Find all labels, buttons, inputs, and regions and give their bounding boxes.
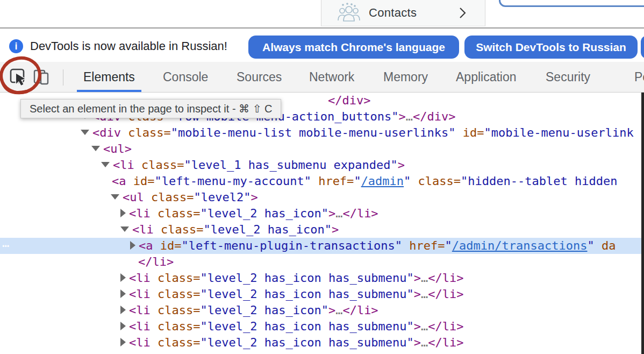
elements-tree[interactable]: </div><div class="row mobile-menu-action…	[0, 93, 644, 354]
expand-arrow-closed-icon[interactable]	[120, 322, 126, 330]
match-chrome-language-button[interactable]: Always match Chrome's language	[248, 36, 459, 59]
token-attr: class=	[121, 126, 171, 139]
dom-tree-line[interactable]: </li>	[0, 254, 644, 270]
token-tag: </div>	[413, 110, 455, 123]
token-ell: …	[421, 287, 428, 301]
token-tag: <ul>	[103, 142, 132, 155]
dom-tree-line[interactable]: <ul>	[0, 141, 644, 157]
expand-arrow-open-icon[interactable]	[111, 194, 119, 200]
dom-tree-line[interactable]: <li class="level_1 has_submenu expanded"…	[0, 157, 644, 173]
token-val: "	[354, 174, 361, 188]
token-ell: …	[421, 336, 428, 349]
token-val: "	[404, 174, 411, 188]
dom-tree-line[interactable]: <li class="level_2 has_icon has_submenu"…	[0, 286, 644, 302]
more-actions-icon[interactable]: ⋯	[2, 238, 8, 254]
expand-arrow-closed-icon[interactable]	[120, 306, 126, 314]
menu-item-contacts[interactable]: Contacts	[321, 0, 485, 26]
tab-network[interactable]: Network	[303, 62, 361, 92]
expand-arrow-open-icon[interactable]	[120, 226, 129, 232]
token-tag: <li	[132, 223, 154, 236]
switch-devtools-russian-button[interactable]: Switch DevTools to Russian	[464, 36, 638, 59]
dom-tree-line[interactable]: <a id="left-menu-my-account" href="/admi…	[0, 173, 644, 189]
cutoff-button-edge[interactable]	[641, 36, 644, 59]
contacts-people-icon	[338, 3, 360, 23]
token-tag: <ul	[123, 190, 144, 204]
expand-arrow-closed-icon[interactable]	[120, 289, 126, 298]
chevron-right-icon	[459, 7, 467, 19]
tab-security[interactable]: Security	[539, 62, 597, 92]
token-tag: >	[414, 287, 421, 301]
dom-tree-line[interactable]: <li class="level_2 has_icon">…</li>	[0, 206, 644, 222]
token-tag: >	[414, 271, 421, 285]
token-tag: <li	[129, 336, 151, 349]
token-link: /admin	[361, 174, 404, 188]
token-attr: id=	[456, 126, 484, 139]
token-tag: </div>	[328, 94, 370, 107]
token-tag: </li>	[342, 303, 378, 317]
token-attr: class=	[144, 190, 194, 204]
token-val: "level_2 has_icon has_submenu"	[200, 336, 413, 349]
token-val: "level2"	[194, 190, 251, 204]
token-tag: </li>	[428, 271, 463, 285]
token-ell: …	[421, 320, 428, 333]
token-tag: >	[251, 190, 257, 204]
token-attr: da	[595, 239, 616, 252]
devtools-toolbar: ElementsConsoleSourcesNetworkMemoryAppli…	[0, 62, 644, 93]
tab-sources[interactable]: Sources	[230, 62, 288, 92]
device-toolbar-icon[interactable]	[33, 68, 49, 86]
dom-tree-line[interactable]: <div class="mobile-menu-list mobile-menu…	[0, 125, 644, 141]
dom-tree-line[interactable]: <li class="level_2 has_icon">…</li>	[0, 302, 644, 318]
dom-tree-line[interactable]: <li class="level_2 has_icon has_submenu"…	[0, 318, 644, 335]
token-attr: class=	[154, 223, 204, 236]
expand-arrow-closed-icon[interactable]	[120, 338, 126, 346]
token-attr: class=	[151, 336, 201, 349]
tab-application[interactable]: Application	[449, 62, 523, 92]
tab-memory[interactable]: Memory	[377, 62, 434, 92]
token-tag: </li>	[342, 207, 378, 220]
token-tag: <a	[112, 174, 126, 188]
tab-console[interactable]: Console	[156, 62, 214, 92]
dom-tree-line[interactable]: <ul class="level2">	[0, 189, 644, 206]
contacts-label: Contacts	[369, 6, 417, 20]
token-attr: id=	[153, 239, 182, 252]
right-edge-scrollbar[interactable]	[641, 93, 644, 354]
token-attr: href=	[402, 239, 445, 252]
tab-pe[interactable]: Pe	[628, 62, 644, 92]
token-tag: </li>	[428, 320, 463, 333]
token-val: "left-menu-my-account"	[154, 174, 311, 188]
token-tag: <div	[92, 126, 121, 139]
expand-arrow-open-icon[interactable]	[81, 130, 89, 135]
token-attr: class=	[151, 271, 201, 285]
expand-arrow-open-icon[interactable]	[101, 162, 110, 167]
inspect-element-icon[interactable]	[9, 67, 29, 88]
token-val: "hidden--tablet hidden	[461, 174, 617, 188]
token-val: "left-menu-plugin-transactions"	[181, 239, 402, 252]
token-attr: id=	[126, 174, 155, 188]
token-attr: class=	[151, 303, 201, 317]
dom-tree-line[interactable]: <li class="level_2 has_icon">	[0, 222, 644, 238]
dom-tree-line-selected[interactable]: ⋯<a id="left-menu-plugin-transactions" h…	[0, 238, 644, 254]
token-tag: >	[328, 303, 335, 317]
token-val: "level_2 has_icon has_submenu"	[200, 320, 413, 333]
inspect-tooltip: Select an element in the page to inspect…	[20, 99, 281, 118]
site-menu-panel: Contacts	[321, 0, 485, 26]
token-val: "level_2 has_icon has_submenu"	[200, 287, 413, 301]
token-attr: class=	[411, 174, 461, 188]
token-ell: …	[335, 303, 342, 317]
expand-arrow-closed-icon[interactable]	[120, 273, 126, 282]
token-val: "level_1 has_submenu expanded"	[184, 158, 397, 172]
dom-tree-line[interactable]: <li class="level_2 has_icon has_submenu"…	[0, 335, 644, 351]
expand-arrow-closed-icon[interactable]	[120, 209, 126, 217]
token-val: "level_2 has_icon has_submenu"	[200, 271, 413, 285]
token-ell: …	[421, 271, 428, 285]
dom-tree-line[interactable]: <li class="level_2 has_icon has_submenu"…	[0, 270, 644, 286]
token-val: "	[588, 239, 595, 252]
token-tag: <li	[129, 303, 151, 317]
expand-arrow-open-icon[interactable]	[91, 146, 100, 151]
tab-elements[interactable]: Elements	[77, 62, 141, 92]
page-input-box[interactable]	[499, 0, 644, 7]
token-tag: <li	[129, 207, 151, 220]
expand-arrow-closed-icon[interactable]	[130, 241, 135, 250]
token-link: /admin/transactions	[452, 239, 588, 252]
token-attr: class=	[151, 207, 201, 220]
